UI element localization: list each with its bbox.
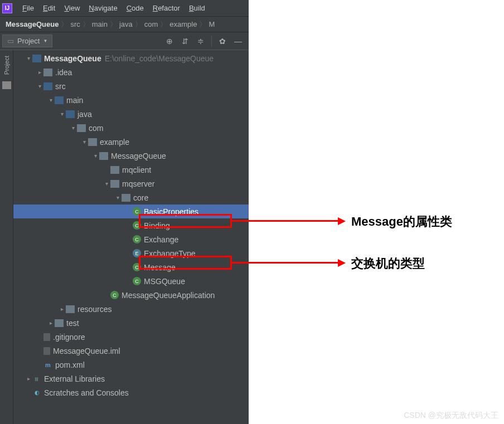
sidebar-structure-icon[interactable]: [2, 81, 11, 89]
folder: [55, 319, 64, 327]
watermark: CSDN @究极无敌代码大王: [404, 411, 498, 421]
hide-icon[interactable]: —: [233, 36, 243, 46]
tree-row[interactable]: CExchange: [13, 232, 249, 246]
tree-row[interactable]: ▾core: [13, 191, 249, 204]
chevron-down-icon: ▼: [43, 38, 47, 43]
breadcrumb-sep: 〉: [199, 20, 206, 30]
tree-label: Scratches and Consoles: [44, 388, 129, 397]
tree-arrow-icon[interactable]: ▾: [69, 125, 77, 131]
folder: [66, 305, 75, 313]
breadcrumb-item[interactable]: MessageQueue: [6, 20, 59, 28]
breadcrumb-item[interactable]: M: [209, 20, 215, 28]
annotation-2: 交换机的类型: [351, 255, 425, 272]
menu-view[interactable]: View: [60, 2, 84, 14]
tree-label: test: [66, 319, 79, 328]
project-tree[interactable]: ▾MessageQueueE:\online_code\MessageQueue…: [13, 50, 249, 424]
arrow-line-1: [232, 220, 338, 222]
arrow-head-1: [338, 217, 346, 225]
breadcrumb-item[interactable]: main: [92, 20, 108, 28]
tree-row[interactable]: ▾example: [13, 135, 249, 149]
tree-label: MessageQueue: [111, 152, 166, 160]
ide-panel: IJ FileEditViewNavigateCodeRefactorBuild…: [0, 0, 249, 424]
tree-row[interactable]: ▾MessageQueue: [13, 149, 249, 163]
folder: [99, 152, 108, 160]
folder: [110, 166, 119, 174]
lib-icon: ⫼: [32, 375, 41, 383]
locate-icon[interactable]: ⊕: [164, 36, 175, 46]
folder: [122, 194, 130, 202]
tree-label: mqserver: [122, 179, 154, 188]
tree-row[interactable]: ▾com: [13, 121, 249, 135]
project-view-icon: ▭: [7, 37, 14, 45]
tree-row[interactable]: ▾main: [13, 93, 249, 107]
tree-arrow-icon[interactable]: ▸: [36, 69, 43, 75]
menu-build[interactable]: Build: [185, 2, 210, 14]
sidebar-project-label[interactable]: Project: [3, 52, 10, 78]
breadcrumb-sep: 〉: [135, 20, 142, 30]
tree-row[interactable]: ▸⫼External Libraries: [13, 372, 249, 386]
menu-file[interactable]: File: [18, 2, 38, 14]
folder: [88, 138, 97, 146]
tree-row[interactable]: CMessageQueueApplication: [13, 288, 249, 302]
menu-navigate[interactable]: Navigate: [84, 2, 122, 14]
tree-row[interactable]: ▾mqserver: [13, 177, 249, 191]
folder-blue: [43, 82, 52, 90]
tree-arrow-icon[interactable]: ▸: [58, 306, 66, 312]
breadcrumb-item[interactable]: com: [144, 20, 158, 28]
tree-row[interactable]: mqclient: [13, 163, 249, 177]
project-dropdown-label: Project: [17, 37, 40, 45]
tree-arrow-icon[interactable]: ▾: [36, 83, 43, 89]
scratch-icon: ◐: [32, 389, 41, 397]
tree-arrow-icon[interactable]: ▸: [25, 376, 32, 382]
tree-row[interactable]: ▸test: [13, 316, 249, 330]
tree-row[interactable]: ▸resources: [13, 302, 249, 316]
tree-arrow-icon[interactable]: ▾: [25, 55, 32, 61]
tree-row[interactable]: CMSGQueue: [13, 274, 249, 288]
tree-row[interactable]: ▾MessageQueueE:\online_code\MessageQueue: [13, 51, 249, 65]
tree-label: .gitignore: [53, 333, 85, 342]
gear-icon[interactable]: ✿: [217, 36, 227, 46]
highlight-box-basicproperties: [139, 214, 232, 228]
breadcrumb-item[interactable]: example: [169, 20, 197, 28]
tree-arrow-icon[interactable]: ▾: [91, 153, 99, 159]
tree-path: E:\online_code\MessageQueue: [105, 54, 214, 63]
module-icon: [32, 55, 41, 62]
tree-label: .idea: [55, 68, 72, 77]
class-icon: C: [133, 235, 141, 243]
menu-edit[interactable]: Edit: [38, 2, 60, 14]
menu-code[interactable]: Code: [122, 2, 148, 14]
tree-label: core: [133, 193, 148, 202]
expand-icon[interactable]: ⇵: [180, 36, 190, 46]
highlight-box-exchangetype: [139, 256, 232, 270]
menu-refactor[interactable]: Refactor: [148, 2, 185, 14]
tree-row[interactable]: MessageQueue.iml: [13, 344, 249, 358]
folder: [43, 69, 52, 76]
tree-label: example: [100, 138, 129, 147]
tree-label: mqclient: [122, 165, 151, 174]
project-dropdown[interactable]: ▭ Project ▼: [2, 35, 52, 47]
tree-row[interactable]: ◐Scratches and Consoles: [13, 386, 249, 399]
class-icon: C: [110, 291, 119, 299]
tree-arrow-icon[interactable]: ▾: [58, 111, 66, 117]
tree-row[interactable]: .gitignore: [13, 330, 249, 344]
breadcrumb-item[interactable]: java: [119, 20, 133, 28]
tree-arrow-icon[interactable]: ▸: [47, 320, 55, 326]
arrow-head-2: [338, 259, 346, 267]
tree-label: External Libraries: [44, 374, 105, 383]
tree-row[interactable]: mpom.xml: [13, 358, 249, 372]
tree-row[interactable]: ▾java: [13, 107, 249, 121]
tree-row[interactable]: ▾src: [13, 79, 249, 93]
project-toolbar: ▭ Project ▼ ⊕ ⇵ ≑ ✿ —: [0, 32, 249, 50]
separator: [211, 36, 212, 47]
tree-label: main: [66, 96, 83, 105]
tree-row[interactable]: ▸.idea: [13, 65, 249, 79]
tree-arrow-icon[interactable]: ▾: [47, 97, 55, 103]
file-icon: [43, 333, 50, 341]
tree-arrow-icon[interactable]: ▾: [80, 139, 88, 145]
tree-arrow-icon[interactable]: ▾: [114, 194, 122, 201]
collapse-icon[interactable]: ≑: [196, 36, 206, 46]
tree-label: resources: [77, 305, 112, 314]
breadcrumb-item[interactable]: src: [70, 20, 80, 28]
tree-label: Exchange: [144, 235, 178, 244]
tree-arrow-icon[interactable]: ▾: [103, 181, 110, 187]
